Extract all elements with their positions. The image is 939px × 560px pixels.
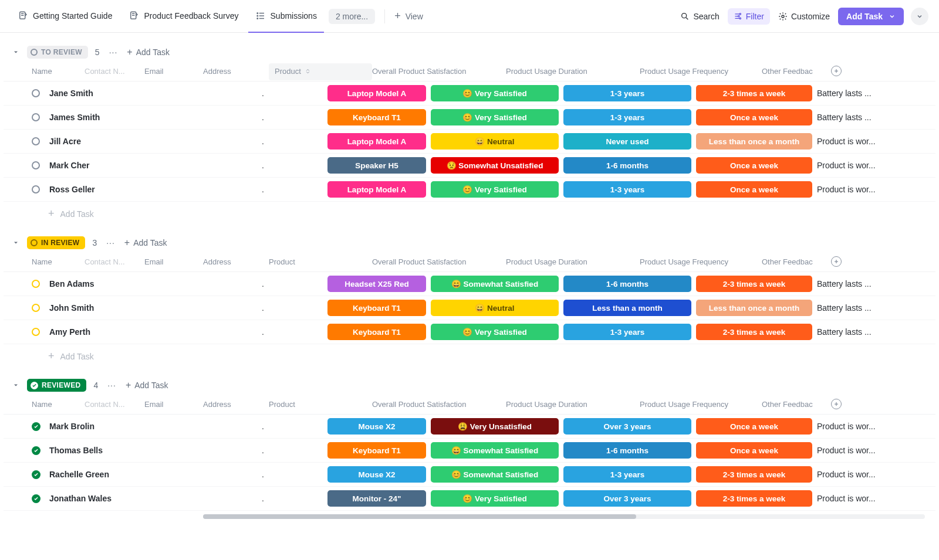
- table-row[interactable]: Thomas Bells . Keyboard T1 😄 Somewhat Sa…: [4, 439, 935, 463]
- table-row[interactable]: John Smith . Keyboard T1 😄 Neutral Less …: [4, 296, 935, 320]
- col-satisfaction[interactable]: Overall Product Satisfaction: [372, 257, 506, 266]
- satisfaction-pill[interactable]: 😊 Very Satisfied: [431, 85, 559, 101]
- status-circle-icon[interactable]: [32, 328, 40, 336]
- add-row[interactable]: + Add Task: [4, 202, 935, 226]
- search-button[interactable]: Search: [674, 8, 725, 25]
- frequency-pill[interactable]: Once a week: [696, 109, 812, 125]
- col-satisfaction[interactable]: Overall Product Satisfaction: [372, 400, 506, 409]
- duration-pill[interactable]: 1-3 years: [563, 109, 691, 125]
- col-product[interactable]: Product: [269, 257, 372, 266]
- duration-pill[interactable]: 1-3 years: [563, 324, 691, 340]
- col-frequency[interactable]: Product Usage Frequency: [640, 67, 762, 76]
- frequency-pill[interactable]: 2-3 times a week: [696, 85, 812, 101]
- add-task-button[interactable]: Add Task: [838, 8, 904, 25]
- status-circle-icon[interactable]: [32, 161, 40, 169]
- status-circle-icon[interactable]: [32, 89, 40, 97]
- col-product[interactable]: Product: [269, 63, 372, 80]
- table-row[interactable]: James Smith . Keyboard T1 😊 Very Satisfi…: [4, 106, 935, 130]
- satisfaction-pill[interactable]: 😄 Neutral: [431, 133, 559, 150]
- collapse-toggle[interactable]: [12, 381, 20, 389]
- status-check-icon[interactable]: [32, 422, 40, 431]
- satisfaction-pill[interactable]: 😄 Neutral: [431, 300, 559, 316]
- group-add-task[interactable]: + Add Task: [126, 380, 168, 391]
- duration-pill[interactable]: Over 3 years: [563, 418, 691, 435]
- product-pill[interactable]: Mouse X2: [327, 418, 426, 435]
- satisfaction-pill[interactable]: 😄 Somewhat Satisfied: [431, 442, 559, 459]
- duration-pill[interactable]: 1-6 months: [563, 276, 691, 292]
- satisfaction-pill[interactable]: 😄 Somewhat Satisfied: [431, 276, 559, 292]
- add-view-button[interactable]: + View: [394, 10, 423, 22]
- collapse-toggle[interactable]: [12, 48, 20, 56]
- product-pill[interactable]: Speaker H5: [327, 157, 426, 174]
- satisfaction-pill[interactable]: 😊 Very Satisfied: [431, 181, 559, 198]
- col-email[interactable]: Email: [144, 257, 203, 266]
- status-circle-icon[interactable]: [32, 137, 40, 145]
- horizontal-scrollbar[interactable]: [203, 514, 925, 519]
- more-views-chip[interactable]: 2 more...: [329, 9, 375, 24]
- duration-pill[interactable]: 1-3 years: [563, 466, 691, 483]
- status-circle-icon[interactable]: [32, 185, 40, 194]
- satisfaction-pill[interactable]: 😊 Very Satisfied: [431, 490, 559, 507]
- tab-product-feedback[interactable]: Product Feedback Survey: [121, 0, 245, 33]
- frequency-pill[interactable]: 2-3 times a week: [696, 324, 812, 340]
- group-menu[interactable]: ···: [104, 238, 117, 247]
- product-pill[interactable]: Mouse X2: [327, 466, 426, 483]
- tab-getting-started[interactable]: Getting Started Guide: [11, 0, 119, 33]
- frequency-pill[interactable]: Once a week: [696, 181, 812, 198]
- col-name[interactable]: Name: [32, 257, 85, 266]
- duration-pill[interactable]: 1-6 months: [563, 157, 691, 174]
- col-address[interactable]: Address: [203, 400, 269, 409]
- status-pill[interactable]: TO REVIEW: [27, 46, 88, 59]
- col-contact[interactable]: Contact N...: [85, 67, 144, 76]
- table-row[interactable]: Jonathan Wales . Monitor - 24" 😊 Very Sa…: [4, 487, 935, 511]
- product-pill[interactable]: Laptop Model A: [327, 133, 426, 150]
- add-column-button[interactable]: [831, 399, 842, 409]
- duration-pill[interactable]: Over 3 years: [563, 490, 691, 507]
- frequency-pill[interactable]: 2-3 times a week: [696, 276, 812, 292]
- add-column-button[interactable]: [831, 256, 842, 267]
- table-row[interactable]: Jill Acre . Laptop Model A 😄 Neutral Nev…: [4, 130, 935, 154]
- satisfaction-pill[interactable]: 😊 Somewhat Satisfied: [431, 466, 559, 483]
- product-pill[interactable]: Keyboard T1: [327, 324, 426, 340]
- add-row[interactable]: + Add Task: [4, 344, 935, 368]
- status-circle-icon[interactable]: [32, 304, 40, 312]
- duration-pill[interactable]: 1-6 months: [563, 442, 691, 459]
- col-contact[interactable]: Contact N...: [85, 400, 144, 409]
- status-check-icon[interactable]: [32, 446, 40, 455]
- frequency-pill[interactable]: 2-3 times a week: [696, 490, 812, 507]
- table-row[interactable]: Mark Cher . Speaker H5 😟 Somewhat Unsati…: [4, 154, 935, 178]
- scrollbar-thumb[interactable]: [203, 514, 636, 519]
- duration-pill[interactable]: 1-3 years: [563, 85, 691, 101]
- group-add-task[interactable]: + Add Task: [124, 237, 167, 248]
- product-pill[interactable]: Keyboard T1: [327, 442, 426, 459]
- status-pill[interactable]: IN REVIEW: [27, 236, 85, 249]
- customize-button[interactable]: Customize: [772, 8, 836, 25]
- col-other[interactable]: Other Feedbac: [762, 67, 831, 76]
- col-frequency[interactable]: Product Usage Frequency: [640, 400, 762, 409]
- col-frequency[interactable]: Product Usage Frequency: [640, 257, 762, 266]
- table-row[interactable]: Amy Perth . Keyboard T1 😊 Very Satisfied…: [4, 320, 935, 344]
- collapse-toggle[interactable]: [12, 239, 20, 247]
- col-address[interactable]: Address: [203, 257, 269, 266]
- col-contact[interactable]: Contact N...: [85, 257, 144, 266]
- col-email[interactable]: Email: [144, 400, 203, 409]
- status-pill[interactable]: REVIEWED: [27, 379, 86, 392]
- table-row[interactable]: Ross Geller . Laptop Model A 😊 Very Sati…: [4, 178, 935, 202]
- satisfaction-pill[interactable]: 😩 Very Unsatisfied: [431, 418, 559, 435]
- group-menu[interactable]: ···: [107, 47, 120, 57]
- status-circle-icon[interactable]: [32, 113, 40, 121]
- table-row[interactable]: Ben Adams . Headset X25 Red 😄 Somewhat S…: [4, 272, 935, 296]
- group-add-task[interactable]: + Add Task: [127, 47, 170, 57]
- frequency-pill[interactable]: Once a week: [696, 157, 812, 174]
- product-pill[interactable]: Keyboard T1: [327, 109, 426, 125]
- table-row[interactable]: Rachelle Green . Mouse X2 😊 Somewhat Sat…: [4, 463, 935, 487]
- satisfaction-pill[interactable]: 😟 Somewhat Unsatisfied: [431, 157, 559, 174]
- col-duration[interactable]: Product Usage Duration: [506, 400, 640, 409]
- tab-submissions[interactable]: Submissions: [248, 0, 324, 33]
- status-circle-icon[interactable]: [32, 280, 40, 288]
- product-pill[interactable]: Monitor - 24": [327, 490, 426, 507]
- filter-button[interactable]: Filter: [728, 8, 770, 25]
- product-pill[interactable]: Headset X25 Red: [327, 276, 426, 292]
- duration-pill[interactable]: Never used: [563, 133, 691, 150]
- table-row[interactable]: Mark Brolin . Mouse X2 😩 Very Unsatisfie…: [4, 415, 935, 439]
